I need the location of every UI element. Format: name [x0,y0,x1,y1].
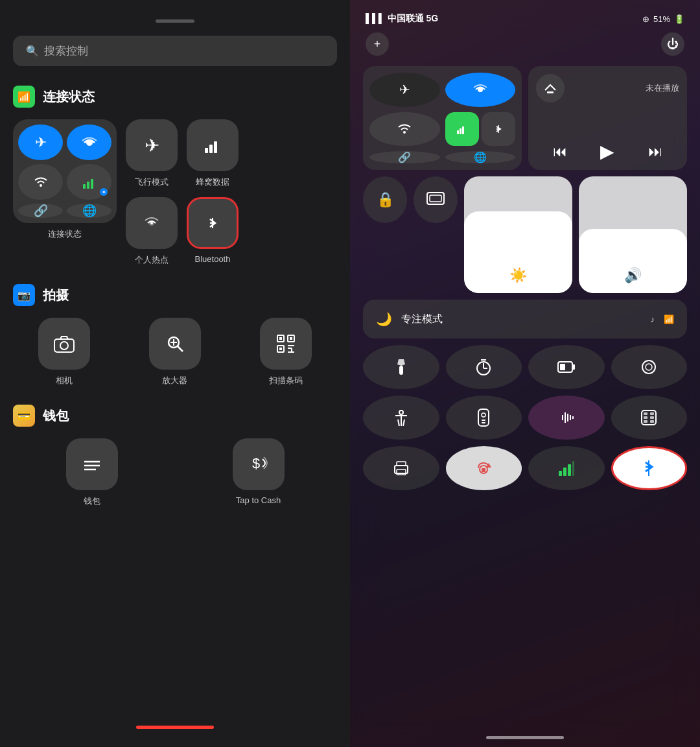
cc-wifi-hotspot-btn[interactable] [445,73,516,107]
svg-rect-54 [482,422,485,423]
plus-button[interactable]: + [366,32,389,56]
cellular-signal-btn[interactable] [528,446,605,490]
svg-rect-77 [572,461,574,476]
svg-rect-3 [87,182,89,189]
svg-rect-65 [650,416,654,419]
wallet-section-icon: 💳 [13,405,35,427]
connectivity-inner-grid: ✈ [369,73,515,163]
volume-icon: 🔊 [624,267,642,284]
cc-globe-btn[interactable]: 🌐 [445,151,516,163]
soundwave-btn[interactable] [528,396,605,440]
svg-rect-75 [563,468,566,476]
brightness-slider[interactable]: ☀️ [464,176,572,293]
svg-rect-21 [279,348,282,350]
airplane-solo-circle[interactable]: ✈ [126,119,178,171]
tap-to-cash-circle[interactable]: $ [233,438,285,490]
search-bar[interactable]: 🔍 搜索控制 [13,36,337,66]
magnifier-btn[interactable]: 放大器 [124,318,226,386]
svg-rect-19 [279,337,282,340]
globe-btn[interactable]: 🌐 [67,204,111,218]
svg-rect-64 [644,416,648,419]
bluetooth-bottom-btn[interactable] [611,446,688,490]
bottom-actions [360,446,690,490]
cc-airplane-btn[interactable]: ✈ [369,73,440,107]
print-btn[interactable] [363,446,439,490]
prev-btn[interactable]: ⏮ [553,143,567,160]
home-indicator [486,736,564,739]
airplane-solo-btn[interactable]: ✈ 飞行模式 [126,119,178,188]
svg-rect-38 [430,195,441,202]
wallet-circle[interactable] [66,438,118,490]
calculator-btn[interactable] [611,396,688,440]
orientation-lock-btn[interactable]: 🔒 [363,176,407,223]
bluetooth-solo-circle[interactable] [187,197,239,249]
accessibility-btn[interactable] [363,396,439,440]
wifi-btn[interactable] [18,164,63,200]
magnifier-circle[interactable] [149,318,201,370]
airplane-mode-btn[interactable]: ✈ [18,124,63,160]
svg-rect-33 [460,128,461,134]
media-label: 未在播放 [646,82,679,94]
cellular-solo-btn[interactable]: 蜂窝数据 [187,119,239,188]
cellular-solo-circle[interactable] [187,119,239,171]
drag-handle [156,19,194,23]
brightness-icon: ☀️ [509,267,527,284]
next-btn[interactable]: ⏭ [648,143,662,160]
connectivity-section-icon: 📶 [13,86,35,108]
focus-mode-btn[interactable]: 🌙 专注模式 ♪ 📶 [363,300,687,338]
actions-row2 [360,396,690,440]
qrcode-label: 扫描条码 [269,375,303,386]
cc-cellular-btn[interactable] [445,112,479,147]
cc-link-btn[interactable]: 🔗 [369,151,440,163]
svg-point-49 [646,364,652,370]
hotspot-solo-btn[interactable]: 个人热点 [126,197,178,266]
tap-to-cash-label: Tap to Cash [236,495,281,505]
svg-rect-39 [399,366,403,375]
remote-btn[interactable] [446,396,522,440]
battery-btn[interactable] [528,345,605,389]
bluetooth-label: Bluetooth [195,254,231,264]
location-icon: ⊕ [642,14,649,24]
tap-to-cash-btn[interactable]: $ Tap to Cash [180,438,337,507]
screen-mirror-btn[interactable] [414,176,458,223]
home-bar [360,728,690,747]
svg-rect-62 [644,412,648,415]
flashlight-btn[interactable] [363,345,439,389]
plus-icon: + [374,38,381,51]
camera-section-title: 拍摄 [43,287,69,304]
camera-label: 相机 [56,375,73,386]
svg-point-48 [642,361,655,374]
camera-btn[interactable]: 相机 [13,318,115,386]
cc-wifi-btn[interactable] [369,112,440,147]
svg-rect-76 [568,464,571,476]
connectivity-square[interactable]: ✈ [13,119,117,223]
qrcode-circle[interactable] [260,318,312,370]
bluetooth-solo-btn[interactable]: Bluetooth [187,197,239,266]
svg-point-50 [399,410,403,414]
qrcode-btn[interactable]: 扫描条码 [235,318,337,386]
svg-rect-74 [559,471,562,476]
wallet-btn[interactable]: 钱包 [13,438,170,507]
svg-point-9 [150,222,153,224]
svg-rect-5 [205,148,208,153]
volume-slider[interactable]: 🔊 [579,176,687,293]
section-header-camera: 📷 拍摄 [13,284,337,306]
timer-btn[interactable] [446,345,522,389]
airplay-btn[interactable] [536,74,565,102]
cc-small-btns [445,112,516,147]
power-button[interactable]: ⏻ [661,32,684,56]
link-btn[interactable]: 🔗 [18,204,63,218]
play-btn[interactable]: ▶ [600,141,614,162]
wifi-hotspot-btn[interactable] [67,124,111,160]
svg-rect-34 [462,126,464,134]
cc-bt-btn[interactable] [482,112,515,147]
svg-text:$: $ [252,455,260,471]
hotspot-solo-circle[interactable] [126,197,178,249]
camera-circle[interactable] [38,318,90,370]
camera-control-btn[interactable] [611,345,688,389]
lock-rotation-btn[interactable] [446,446,522,490]
cellular-btn[interactable]: ✦ [67,164,111,200]
connectivity-controls-row: ✈ [13,119,337,266]
svg-rect-51 [478,409,489,426]
extra-controls: ✈ 飞行模式 蜂窝数据 [126,119,239,266]
